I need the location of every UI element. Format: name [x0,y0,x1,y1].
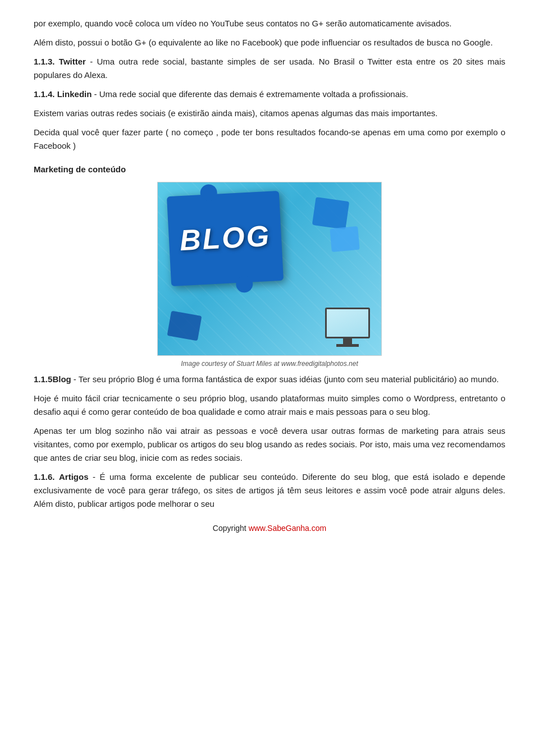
section-116-title: Artigos [59,472,89,482]
page-content: por exemplo, quando você coloca um vídeo… [34,17,505,535]
section-113-title: Twitter [59,57,86,66]
section-113-number: 1.1.3. [34,57,55,66]
section-116-paragraph-1: 1.1.6. Artigos - É uma forma excelente d… [34,470,505,511]
section-115-text: - Ter seu próprio Blog é uma forma fantá… [71,374,499,384]
image-caption: Image courtesy of Stuart Miles at www.fr… [181,359,358,369]
intro-paragraph-1: por exemplo, quando você coloca um vídeo… [34,17,505,30]
section-115-paragraph-3: Apenas ter um blog sozinho não vai atrai… [34,424,505,465]
copyright-text: Copyright [213,524,249,533]
section-115-number: 1.1.5 [34,374,52,384]
section-115-paragraph-1: 1.1.5Blog - Ter seu próprio Blog é uma f… [34,373,505,386]
section-113-text: 1.1.3. Twitter - Uma outra rede social, … [34,55,505,82]
intro-paragraph-2: Além disto, possui o botão G+ (o equival… [34,36,505,49]
monitor-screen [325,308,370,338]
section-114-text: 1.1.4. Linkedin - Uma rede social que di… [34,88,505,101]
section-114-paragraph-3: Decida qual você quer fazer parte ( no c… [34,126,505,153]
section-113-dash: - Uma outra rede social, bastante simple… [86,57,314,66]
blog-puzzle-block: BLOG [167,191,284,286]
section-115-title: Blog [52,374,71,384]
monitor-neck [343,338,352,344]
copyright-link[interactable]: www.SabeGanha.com [249,524,327,533]
puzzle-piece-2 [330,226,359,252]
blog-image-container: BLOG Image courtesy of Stuart Miles at w… [157,182,382,369]
blog-image: BLOG [157,182,382,356]
monitor-foot [336,344,359,347]
section-116-text: - É uma forma excelente de publicar seu … [34,472,505,508]
section-115-paragraph-2: Hoje é muito fácil criar tecnicamente o … [34,392,505,419]
puzzle-piece-1 [312,197,349,230]
section-114-dash: - Uma rede social que diferente das dema… [92,89,408,99]
copyright-block: Copyright www.SabeGanha.com [34,522,505,534]
marketing-content-heading: Marketing de conteúdo [34,163,505,176]
puzzle-piece-3 [167,311,202,341]
blog-text: BLOG [179,213,272,264]
section-114-paragraph-2: Existem varias outras redes sociais (e e… [34,107,505,120]
section-116-number: 1.1.6. [34,472,55,482]
monitor-graphic [325,308,370,347]
section-114-number: 1.1.4. [34,89,55,99]
section-114-title: Linkedin [57,89,92,99]
